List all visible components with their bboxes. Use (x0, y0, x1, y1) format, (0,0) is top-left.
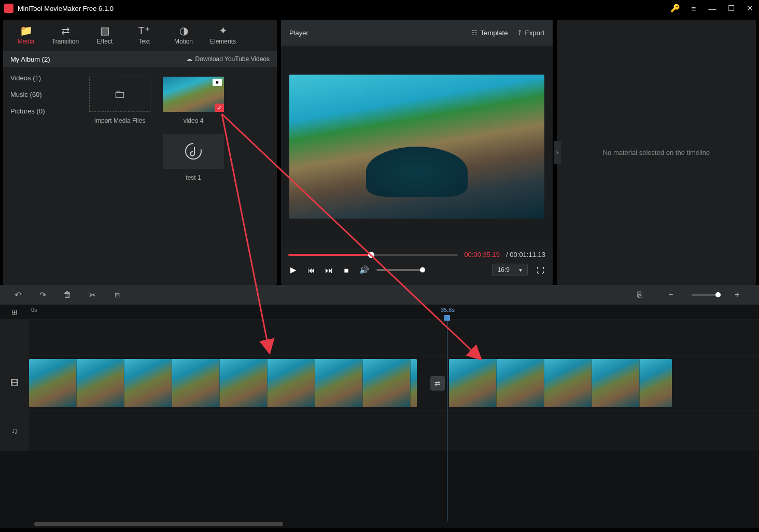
import-label: Import Media Files (94, 117, 146, 124)
album-header: My Album (2) ☁ Download YouTube Videos (3, 51, 277, 67)
stop-button[interactable]: ■ (341, 265, 352, 275)
redo-button[interactable]: ↷ (32, 287, 53, 302)
import-dropzone[interactable]: 🗀 (89, 77, 150, 112)
zoom-slider[interactable] (692, 294, 721, 296)
sparkle-icon: ✦ (219, 25, 228, 36)
delete-button[interactable]: 🗑 (57, 287, 78, 302)
timeline-scrollbar[interactable] (0, 521, 759, 528)
music-note-icon (184, 142, 203, 161)
folder-icon: 🗀 (114, 88, 125, 101)
properties-panel: › No material selected on the timeline (557, 20, 756, 285)
text-icon: T⁺ (138, 25, 150, 36)
tab-label: Motion (174, 38, 193, 45)
undo-button[interactable]: ↶ (7, 287, 28, 302)
next-frame-button[interactable]: ⏭ (324, 265, 334, 275)
folder-icon: 📁 (20, 25, 33, 36)
collapse-toggle[interactable]: › (554, 141, 561, 164)
media-thumbnail[interactable] (163, 134, 224, 169)
album-sidebar: Videos (1) Music (60) Pictures (0) (3, 67, 82, 285)
timeline-toolbar: ↶ ↷ 🗑 ✂ ⧈ ⎘ − + (0, 285, 759, 305)
tab-text[interactable]: T⁺ Text (125, 21, 163, 50)
svg-point-0 (186, 143, 201, 159)
media-panel: 📁 Media ⇄ Transition ▧ Effect T⁺ Text ◑ … (3, 20, 277, 285)
tab-label: Text (138, 38, 150, 45)
player-controls: 00:00:35.19 / 00:01:11.13 ▶ ⏮ ⏭ ■ 🔊 16:9… (281, 248, 553, 285)
stack-icon: ☷ (471, 29, 477, 37)
import-card[interactable]: 🗀 Import Media Files (89, 77, 150, 181)
media-item-audio[interactable]: test 1 (163, 134, 224, 181)
preview-frame[interactable] (289, 75, 544, 219)
seek-slider[interactable] (288, 254, 458, 256)
swap-icon: ⇄ (61, 25, 70, 36)
tab-media[interactable]: 📁 Media (7, 21, 45, 50)
tab-effect[interactable]: ▧ Effect (86, 21, 123, 50)
fullscreen-button[interactable]: ⛶ (535, 265, 545, 275)
tab-label: Transition (52, 38, 79, 45)
media-grid: 🗀 Import Media Files ■ ✓ video 4 test 1 (82, 67, 277, 285)
video-clip[interactable] (29, 359, 417, 407)
playhead[interactable] (447, 319, 447, 521)
split-button[interactable]: ✂ (82, 287, 103, 302)
tab-elements[interactable]: ✦ Elements (204, 21, 242, 50)
category-tabs: 📁 Media ⇄ Transition ▧ Effect T⁺ Text ◑ … (3, 20, 277, 51)
sidebar-item-videos[interactable]: Videos (1) (3, 69, 82, 86)
crop-button[interactable]: ⧈ (107, 287, 128, 302)
overlay-track (0, 319, 759, 355)
zoom-out-button[interactable]: − (660, 287, 681, 302)
app-logo (4, 4, 13, 13)
ruler-zero: 0s (31, 307, 37, 313)
timeline-ruler[interactable]: ⊞ 0s 35.8s (0, 305, 759, 319)
play-button[interactable]: ▶ (288, 265, 299, 275)
empty-state-text: No material selected on the timeline (557, 20, 756, 285)
video-track-icon: 🎞 (0, 356, 29, 410)
overlay-track-body[interactable] (29, 320, 759, 355)
current-time: 00:00:35.19 (464, 251, 500, 258)
timeline-panel: ↶ ↷ 🗑 ✂ ⧈ ⎘ − + ⊞ 0s 35.8s 🎞 (0, 285, 759, 528)
export-button[interactable]: ⤴ Export (518, 29, 544, 37)
preview-area (281, 46, 553, 248)
title-bar: MiniTool MovieMaker Free 6.1.0 🔑 ≡ — ☐ ✕ (0, 0, 759, 17)
tab-motion[interactable]: ◑ Motion (165, 21, 202, 50)
motion-icon: ◑ (179, 25, 188, 36)
tab-label: Media (18, 38, 35, 45)
minimize-button[interactable]: — (707, 3, 718, 13)
player-title: Player (289, 29, 461, 37)
player-panel: Player ☷ Template ⤴ Export 00:00:35.19 /… (281, 20, 553, 285)
transition-chip[interactable]: ⇄ (430, 376, 445, 391)
add-track-button[interactable]: ⊞ (0, 305, 29, 319)
prev-frame-button[interactable]: ⏮ (306, 265, 316, 275)
aspect-ratio-dropdown[interactable]: 16:9 ▾ (492, 264, 528, 276)
volume-icon[interactable]: 🔊 (359, 265, 369, 275)
sidebar-item-pictures[interactable]: Pictures (0) (3, 103, 82, 119)
layers-icon: ▧ (100, 25, 110, 36)
video-track-body[interactable]: ⇄ (29, 356, 759, 410)
video-clip[interactable] (449, 359, 672, 407)
album-title: My Album (2) (10, 55, 50, 63)
timeline-tracks: 🎞 ⇄ ♫ (0, 319, 759, 521)
media-item-label: video 4 (184, 117, 204, 124)
overlay-track-head (0, 320, 29, 355)
close-button[interactable]: ✕ (744, 3, 755, 13)
video-track: 🎞 ⇄ (0, 355, 759, 410)
tab-label: Elements (210, 38, 236, 45)
media-thumbnail[interactable]: ■ ✓ (163, 77, 224, 112)
tab-label: Effect (97, 38, 113, 45)
check-icon: ✓ (215, 104, 224, 112)
download-youtube-link[interactable]: ☁ Download YouTube Videos (186, 55, 270, 63)
menu-icon[interactable]: ≡ (688, 3, 699, 13)
tab-transition[interactable]: ⇄ Transition (47, 21, 84, 50)
video-badge-icon: ■ (213, 79, 222, 86)
maximize-button[interactable]: ☐ (726, 3, 736, 13)
fit-button[interactable]: ⎘ (629, 287, 650, 302)
playhead-time: 35.8s (441, 307, 455, 313)
audio-track-body[interactable] (29, 411, 759, 451)
chevron-down-icon: ▾ (519, 266, 522, 274)
volume-slider[interactable] (376, 269, 425, 271)
zoom-in-button[interactable]: + (727, 287, 748, 302)
template-button[interactable]: ☷ Template (471, 29, 508, 37)
audio-track: ♫ (0, 410, 759, 451)
player-header: Player ☷ Template ⤴ Export (281, 20, 553, 46)
sidebar-item-music[interactable]: Music (60) (3, 86, 82, 103)
upgrade-key-icon[interactable]: 🔑 (670, 3, 680, 13)
upload-icon: ⤴ (518, 29, 522, 37)
